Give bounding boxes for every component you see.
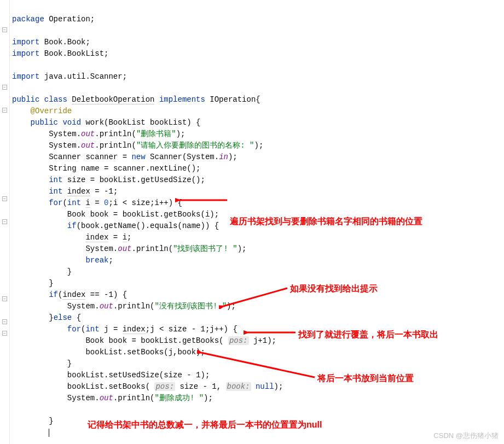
code-line: bookList.setUsedSize(size - 1); [12,371,210,379]
annotation-text: 将后一本书放到当前位置 [317,372,414,385]
fold-icon[interactable]: − [2,219,7,224]
code-line: for(int j = index;j < size - 1;j++) { [12,325,237,334]
annotation-text: 记得给书架中书的总数减一，并将最后一本书的位置置为null [88,418,322,431]
code-line: index = i; [12,233,131,242]
code-line: } [12,267,72,276]
code-line: System.out.println("删除成功! "); [12,394,213,402]
code-line: Book book = bookList.getBooks( pos: j+1)… [12,336,276,345]
code-line: } [12,359,72,368]
fold-icon[interactable]: − [2,85,7,90]
fold-icon[interactable]: − [2,319,7,324]
code-line: public void work(BookList bookList) { [12,118,201,127]
code-line [12,428,49,437]
code-line: package Operation; [12,15,95,24]
fold-icon[interactable]: − [2,27,7,32]
code-line: if(index == -1) { [12,290,127,300]
code-line: System.out.println("删除书籍"); [12,130,186,138]
code-line: if(book.getName().equals(name)) { [12,221,219,230]
code-line: public class DeletbookOperation implemen… [12,95,260,104]
code-line: bookList.setBooks( pos: size - 1, book: … [12,382,283,391]
gutter: − − − − − − − − [0,0,10,444]
code-line: bookList.setBooks(j,book); [12,348,205,357]
cursor [49,429,49,437]
code-line: Scanner scanner = new Scanner(System.in)… [12,153,237,161]
annotation-text: 如果没有找到给出提示 [290,282,378,295]
code-line: } [12,279,54,288]
fold-icon[interactable]: − [2,296,7,301]
annotation-text: 遍历书架找到与要删除书籍名字相同的书籍的位置 [230,215,422,228]
watermark: CSDN @悲伤猪小猪 [433,430,499,441]
code-line: System.out.println("找到该图书了! "); [12,244,247,253]
code-line: for(int i = 0;i < size;i++) { [12,198,182,208]
code-line: int index = -1; [12,187,118,196]
code-line: break; [12,256,113,265]
code-line: String name = scanner.nextLine(); [12,164,201,173]
code-line: System.out.println("请输入你要删除的图书的名称: "); [12,141,263,150]
code-line: System.out.println("没有找到该图书! "); [12,302,236,311]
code-line: import Book.Book; [12,38,90,46]
code-line: import java.util.Scanner; [12,72,127,81]
code-line: import Book.BookList; [12,49,108,58]
code-line: }else { [12,313,81,322]
code-line: } [12,417,54,425]
fold-icon[interactable]: − [2,108,7,113]
annotation-text: 找到了就进行覆盖，将后一本书取出 [298,328,438,341]
fold-icon[interactable]: − [2,196,7,201]
code-line: @Override [12,107,72,115]
code-line: int size = bookList.getUsedSize(); [12,176,205,184]
fold-icon[interactable]: − [2,331,7,336]
code-line: Book book = bookList.getBooks(i); [12,210,219,219]
